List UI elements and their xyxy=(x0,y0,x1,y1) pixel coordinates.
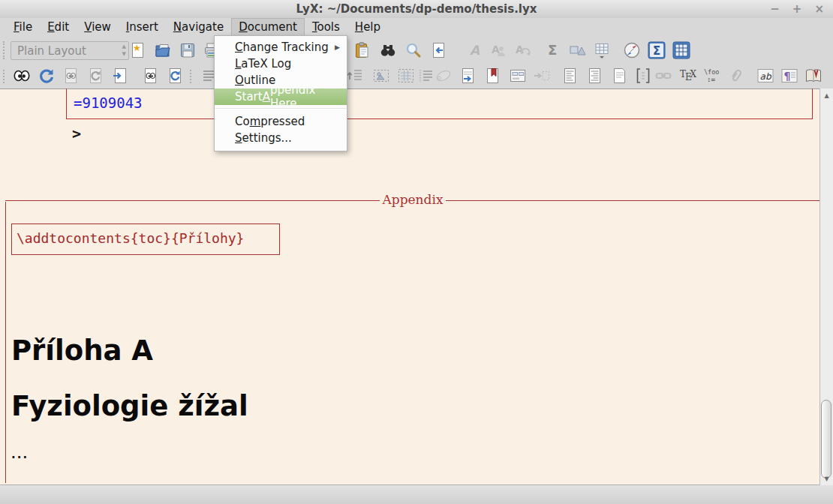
search-icon[interactable] xyxy=(403,40,424,61)
include-file-icon[interactable] xyxy=(532,66,552,86)
layout-combo[interactable]: Plain Layout ▲▼ xyxy=(11,41,129,60)
menu-item-settings[interactable]: Settings... xyxy=(215,130,347,146)
bookmark-icon[interactable] xyxy=(483,66,503,86)
svg-text:\foo: \foo xyxy=(704,68,719,76)
tex-code-icon[interactable]: TEX xyxy=(678,66,698,86)
menu-item-latex-log[interactable]: LaTeX Log xyxy=(215,56,347,72)
minimize-button[interactable]: − xyxy=(770,4,780,15)
hyperlink-icon[interactable] xyxy=(654,66,673,86)
label-tag-icon[interactable] xyxy=(434,66,453,86)
emphasis-icon[interactable]: A xyxy=(464,40,485,61)
graphics-inset-icon[interactable] xyxy=(371,66,391,86)
math-toolbar-toggle-icon[interactable]: Σ xyxy=(646,40,667,61)
bibliography-book-icon[interactable] xyxy=(804,66,823,86)
toolbar-grip[interactable] xyxy=(3,41,7,59)
view-master-icon[interactable] xyxy=(62,66,81,86)
window-title: LyX: ~/Documents/dp-demo/thesis.lyx xyxy=(296,2,537,16)
math-mode-icon[interactable]: Σ xyxy=(542,40,563,61)
layout-combo-value: Plain Layout xyxy=(17,44,86,58)
float-inset-icon[interactable] xyxy=(459,66,478,86)
chapter-heading-number[interactable]: Příloha A xyxy=(11,336,153,367)
menu-view[interactable]: View xyxy=(77,18,119,36)
spellcheck-word-icon[interactable]: ab xyxy=(756,66,775,86)
table-inset-icon[interactable] xyxy=(396,66,416,86)
view-source-icon[interactable] xyxy=(141,66,161,86)
insert-table-icon[interactable] xyxy=(591,40,612,61)
combo-spinner-icon[interactable]: ▲▼ xyxy=(122,43,126,58)
view-document-icon[interactable] xyxy=(12,66,32,86)
outline-depth-icon[interactable] xyxy=(346,66,365,86)
noun-icon[interactable]: A xyxy=(488,40,509,61)
form-inset-icon[interactable] xyxy=(508,66,528,86)
update-document-icon[interactable] xyxy=(37,66,56,86)
toolbar-grip[interactable] xyxy=(190,70,194,83)
toolbar-grip[interactable] xyxy=(3,70,7,83)
prompt-char[interactable]: > xyxy=(72,124,81,142)
title-bar[interactable]: LyX: ~/Documents/dp-demo/thesis.lyx −+× xyxy=(0,0,833,19)
save-document-icon[interactable] xyxy=(177,40,198,61)
revert-icon[interactable] xyxy=(429,40,450,61)
menu-tools[interactable]: Tools xyxy=(305,18,347,36)
vertical-scrollbar[interactable]: ▲ ▼ xyxy=(819,88,833,485)
compass-icon[interactable] xyxy=(621,40,642,61)
math-macro-icon[interactable]: \foo:= xyxy=(702,66,722,86)
apply-style-icon[interactable]: A xyxy=(512,40,533,61)
paragraph-settings-icon[interactable]: ¶ xyxy=(780,66,799,86)
menu-document[interactable]: Document xyxy=(231,18,305,36)
scrollbar-thumb[interactable] xyxy=(821,400,831,478)
menu-file[interactable]: File xyxy=(6,18,40,36)
menu-edit[interactable]: Edit xyxy=(40,18,77,36)
document-menu: Change Tracking▶LaTeX LogOutlineStart Ap… xyxy=(214,35,347,152)
ert-inset-top[interactable]: =9109043 xyxy=(66,88,813,119)
paragraph-layout-a-icon[interactable] xyxy=(561,66,580,86)
update-master-icon[interactable] xyxy=(86,66,106,86)
svg-text:Σ: Σ xyxy=(653,44,660,58)
svg-text:¶: ¶ xyxy=(784,70,791,82)
update-source-icon[interactable] xyxy=(166,66,185,86)
close-button[interactable]: × xyxy=(814,4,824,15)
menu-item-compressed[interactable]: Compressed xyxy=(215,113,347,130)
body-ellipsis[interactable]: ... xyxy=(11,448,29,461)
lyx-window: LyX: ~/Documents/dp-demo/thesis.lyx −+× … xyxy=(0,0,833,504)
document-canvas[interactable]: =9109043 > Appendix \addtocontents{toc}{… xyxy=(0,88,833,486)
find-replace-icon[interactable] xyxy=(377,40,398,61)
open-document-icon[interactable] xyxy=(152,40,173,61)
new-document-icon[interactable]: ★ xyxy=(128,40,149,61)
ert-top-text: =9109043 xyxy=(74,94,143,111)
svg-text:X: X xyxy=(690,69,697,80)
note-inset-icon[interactable] xyxy=(610,66,630,86)
chapter-heading-title[interactable]: Fyziologie žížal xyxy=(11,392,248,422)
menu-help[interactable]: Help xyxy=(347,18,388,36)
ert-inset-appendix[interactable]: \addtocontents{toc}{Přílohy} xyxy=(11,224,280,255)
maximize-button[interactable]: + xyxy=(792,4,802,15)
view-other-format-icon[interactable] xyxy=(111,66,131,86)
separator-line xyxy=(446,200,820,201)
window-controls: −+× xyxy=(770,0,824,18)
submenu-arrow-icon: ▶ xyxy=(335,44,340,51)
separator-line xyxy=(5,200,380,201)
menu-item-start-appendix-here[interactable]: Start Appendix Here xyxy=(215,88,347,105)
menu-item-change-tracking[interactable]: Change Tracking▶ xyxy=(215,39,347,56)
table-toolbar-toggle-icon[interactable] xyxy=(671,40,692,61)
attachment-icon[interactable] xyxy=(726,66,746,86)
svg-text:Σ: Σ xyxy=(548,42,557,58)
paragraph-layout-b-icon[interactable] xyxy=(585,66,605,86)
bracket-inset-icon[interactable] xyxy=(633,66,653,86)
svg-text:A: A xyxy=(470,43,480,58)
paste-icon[interactable] xyxy=(351,40,372,61)
view-toolbar: TEX\foo:=ab¶ xyxy=(0,64,833,89)
svg-text::=: := xyxy=(707,76,715,83)
scroll-down-icon[interactable]: ▼ xyxy=(820,473,833,484)
insert-graphics-icon[interactable] xyxy=(567,40,588,61)
scroll-up-icon[interactable]: ▲ xyxy=(820,90,833,100)
ert-appendix-text: \addtocontents{toc}{Přílohy} xyxy=(17,230,244,246)
status-bar xyxy=(0,484,833,504)
menu-bar: FileEditViewInsertNavigateDocumentToolsH… xyxy=(0,18,833,37)
menu-insert[interactable]: Insert xyxy=(119,18,166,36)
svg-text:★: ★ xyxy=(133,43,141,53)
menu-navigate[interactable]: Navigate xyxy=(166,18,231,36)
main-toolbar: Plain Layout ▲▼ ★AAAΣΣ xyxy=(0,36,833,64)
